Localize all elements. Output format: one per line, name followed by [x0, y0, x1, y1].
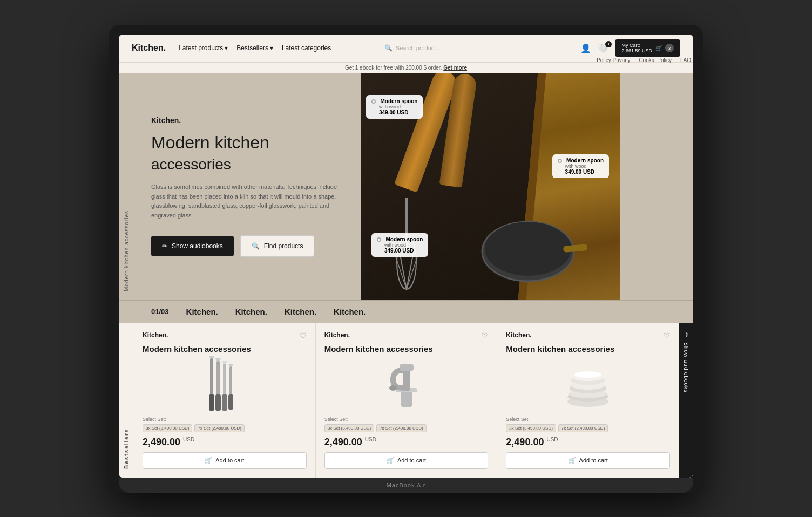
hero-image: Modern spoon with wood 349.00 USD Modern… [361, 73, 620, 300]
cart-icon: 🛒 [655, 45, 662, 51]
cart-label: My Cart: 2,661.59 USD [621, 43, 652, 53]
show-audiobooks-button[interactable]: ✏ Show audiobooks [151, 236, 234, 256]
knives-svg [206, 356, 243, 415]
hero-sidebar-label: Modern kitchen accessories [119, 73, 134, 300]
svg-marker-10 [209, 356, 214, 358]
svg-rect-15 [223, 364, 226, 396]
svg-rect-14 [215, 394, 221, 411]
product-tooltip-2: Modern spoon with wood 349.00 USD [552, 154, 609, 178]
product-price-1: 2,490.00 USD [324, 437, 489, 448]
bowls-svg [564, 361, 612, 410]
site-logo[interactable]: Kitchen. [132, 43, 166, 53]
search-icon: 🔍 [252, 242, 260, 250]
set-option-3x-0[interactable]: 3x Set (3,490.00 USD) [143, 424, 192, 432]
nav-bestsellers[interactable]: Bestsellers ▾ [236, 44, 273, 52]
nav-latest-products[interactable]: Latest products ▾ [179, 44, 228, 52]
product-tooltip-1: Modern spoon with wood 349.00 USD [366, 95, 423, 119]
svg-rect-11 [209, 394, 214, 411]
hero-section: Modern kitchen accessories Kitchen. Mode… [119, 73, 693, 300]
brand-logo-0: Kitchen. [186, 307, 218, 316]
svg-point-24 [389, 385, 397, 391]
nav-divider [380, 42, 380, 55]
laptop-screen: Kitchen. Latest products ▾ Bestsellers ▾… [119, 35, 693, 478]
audiobook-icon: ✏ [683, 331, 689, 337]
product-image-bowls [506, 358, 670, 412]
product-brand-1: Kitchen. [324, 331, 350, 339]
find-products-button[interactable]: 🔍 Find products [240, 235, 315, 257]
add-to-cart-button-0[interactable]: 🛒 Add to cart [143, 452, 307, 469]
svg-point-1 [485, 222, 571, 276]
product-name-0: Modern kitchen accessories [143, 344, 307, 354]
faucet-svg [388, 358, 425, 412]
nav-latest-categories[interactable]: Latest categories [282, 44, 331, 52]
product-image-faucet [324, 358, 489, 412]
tooltip-dot-2 [558, 159, 562, 163]
bestsellers-label: Bestsellers [119, 323, 134, 478]
product-card-0: Kitchen. ♡ Modern kitchen accessories [134, 323, 316, 478]
product-price-2: 2,490.00 USD [506, 437, 670, 448]
promo-link[interactable]: Get more [443, 65, 467, 71]
svg-marker-16 [222, 361, 227, 364]
product-name-2: Modern kitchen accessories [506, 344, 670, 354]
set-option-7x-2[interactable]: 7x Set (2,490.00 USD) [558, 424, 608, 432]
svg-rect-18 [229, 366, 232, 396]
products-row: Kitchen. ♡ Modern kitchen accessories [134, 323, 679, 478]
hero-title: Modern kitchen accessories [151, 131, 343, 174]
set-option-3x-2[interactable]: 3x Set (3,490.00 USD) [506, 424, 556, 432]
chevron-down-icon: ▾ [270, 44, 273, 52]
search-area[interactable]: 🔍 Search product... [384, 44, 581, 52]
svg-rect-9 [210, 358, 213, 396]
laptop-model: MacBook Air [387, 482, 426, 488]
policy-privacy-link[interactable]: Policy Privacy [597, 57, 630, 63]
hero-bottom-row: 01/03 Kitchen. Kitchen. Kitchen. Kitchen… [119, 300, 693, 323]
set-option-7x-1[interactable]: 7x Set (2,490.00 USD) [376, 424, 426, 432]
hero-visual: Modern spoon with wood 349.00 USD Modern… [361, 73, 620, 300]
pencil-icon: ✏ [162, 242, 167, 250]
wishlist-button-0[interactable]: ♡ [300, 331, 307, 340]
select-set-label-1: Select Set: [324, 417, 489, 422]
add-to-cart-button-2[interactable]: 🛒 Add to cart [506, 452, 670, 469]
wishlist-button-1[interactable]: ♡ [481, 331, 488, 340]
product-card-header-0: Kitchen. ♡ [143, 331, 307, 340]
wishlist-icon[interactable]: 🤍 1 [598, 43, 608, 53]
product-price-0: 2,490.00 USD [143, 437, 307, 448]
product-card-1: Kitchen. ♡ Modern kitchen accessories [316, 323, 498, 478]
frying-pan-svg [479, 192, 587, 289]
user-icon[interactable]: 👤 [580, 43, 591, 53]
set-option-3x-1[interactable]: 3x Set (3,490.00 USD) [324, 424, 374, 432]
set-options-2: 3x Set (3,490.00 USD) 7x Set (2,490.00 U… [506, 424, 670, 432]
svg-rect-17 [222, 394, 227, 411]
search-icon: 🔍 [384, 44, 393, 52]
add-to-cart-button-1[interactable]: 🛒 Add to cart [324, 452, 489, 469]
svg-point-30 [574, 371, 601, 378]
product-brand-2: Kitchen. [506, 331, 531, 339]
set-option-7x-0[interactable]: 7x Set (2,490.00 USD) [194, 424, 244, 432]
chevron-down-icon: ▾ [225, 44, 228, 52]
hero-buttons: ✏ Show audiobooks 🔍 Find products [151, 235, 343, 257]
cookie-policy-link[interactable]: Cookie Policy [639, 57, 672, 63]
brand-logo-3: Kitchen. [334, 307, 366, 316]
svg-rect-25 [400, 364, 414, 371]
svg-marker-19 [228, 364, 233, 366]
footer-links: Policy Privacy Cookie Policy FAQ [597, 57, 691, 63]
brand-logos: Kitchen. Kitchen. Kitchen. Kitchen. [186, 307, 366, 316]
wishlist-button-2[interactable]: ♡ [663, 331, 670, 340]
cart-button[interactable]: My Cart: 2,661.59 USD 🛒 3 [615, 39, 680, 57]
laptop-base: MacBook Air [119, 478, 693, 493]
svg-rect-20 [228, 394, 233, 410]
product-brand-0: Kitchen. [143, 331, 168, 339]
bestsellers-section: Bestsellers Kitchen. ♡ Modern kitchen ac… [119, 323, 693, 478]
faq-link[interactable]: FAQ [680, 57, 691, 63]
hero-brand: Kitchen. [151, 116, 343, 125]
hero-content: Kitchen. Modern kitchen accessories Glas… [134, 73, 361, 300]
laptop-container: Kitchen. Latest products ▾ Bestsellers ▾… [109, 25, 703, 493]
brand-logo-1: Kitchen. [235, 307, 267, 316]
product-card-2: Kitchen. ♡ Modern kitchen accessories [497, 323, 679, 478]
brand-logo-2: Kitchen. [285, 307, 316, 316]
promo-bar: Get 1 ebook for free with 200.00 $ order… [119, 63, 693, 73]
show-audiobooks-sidebar[interactable]: ✏ Show audiobooks [679, 323, 693, 478]
cart-icon-0: 🛒 [205, 457, 212, 464]
tooltip-dot-1 [371, 99, 376, 104]
select-set-label-0: Select Set: [143, 417, 307, 422]
product-name-1: Modern kitchen accessories [324, 344, 489, 354]
